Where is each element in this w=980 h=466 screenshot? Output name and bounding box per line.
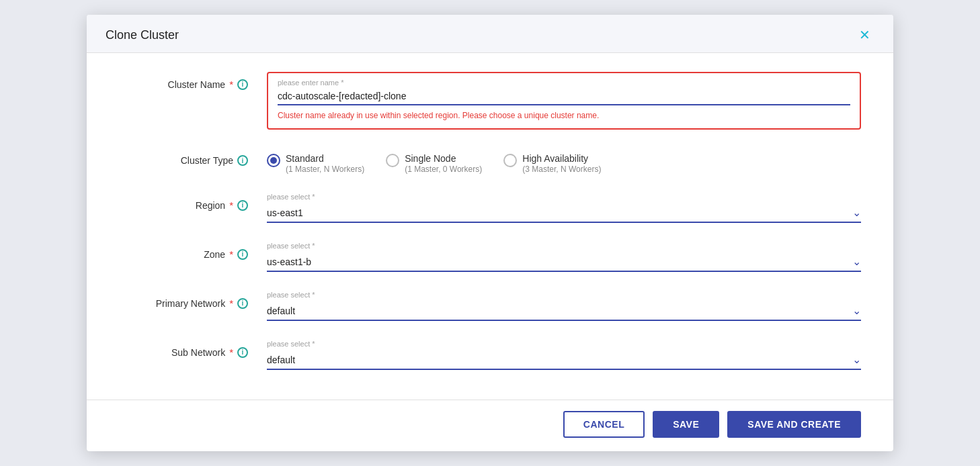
radio-single-node-circle — [386, 154, 399, 167]
dialog-title: Clone Cluster — [106, 28, 179, 42]
zone-chevron-icon: ⌄ — [852, 255, 861, 268]
sub-network-required-star: * — [229, 346, 233, 358]
zone-value-row[interactable]: us-east1-b ⌄ — [267, 251, 861, 272]
region-row: Region * i please select * us-east1 ⌄ — [119, 193, 861, 223]
radio-high-availability-circle — [503, 154, 517, 167]
radio-standard[interactable]: Standard (1 Master, N Workers) — [267, 152, 364, 174]
dialog-body: Cluster Name * i please enter name * Clu… — [87, 53, 893, 400]
sub-network-value-row[interactable]: default ⌄ — [267, 349, 861, 370]
clone-cluster-dialog: Clone Cluster ✕ Cluster Name * i please … — [87, 15, 893, 451]
radio-standard-sublabel: (1 Master, N Workers) — [286, 165, 364, 174]
required-star: * — [229, 79, 233, 90]
primary-network-value: default — [267, 306, 295, 316]
sub-network-value: default — [267, 355, 295, 365]
radio-ha-label: High Availability — [522, 153, 588, 164]
cluster-name-error: Cluster name already in use within selec… — [278, 111, 850, 120]
cluster-type-radio-group: Standard (1 Master, N Workers) Single No… — [267, 148, 861, 174]
cluster-name-row: Cluster Name * i please enter name * Clu… — [119, 72, 861, 130]
radio-single-node-label: Single Node — [405, 153, 456, 164]
primary-network-required-star: * — [229, 297, 233, 309]
primary-network-placeholder: please select * — [267, 291, 861, 299]
zone-value: us-east1-b — [267, 257, 311, 267]
cluster-name-label: Cluster Name * i — [119, 72, 267, 90]
dialog-footer: CANCEL SAVE SAVE AND CREATE — [87, 400, 893, 451]
radio-ha-sublabel: (3 Master, N Workers) — [522, 165, 601, 174]
zone-info-icon[interactable]: i — [237, 249, 248, 260]
zone-select[interactable]: please select * us-east1-b ⌄ — [267, 242, 861, 272]
primary-network-chevron-icon: ⌄ — [852, 304, 861, 317]
zone-row: Zone * i please select * us-east1-b ⌄ — [119, 242, 861, 272]
primary-network-select[interactable]: please select * default ⌄ — [267, 291, 861, 321]
sub-network-chevron-icon: ⌄ — [852, 353, 861, 366]
sub-network-placeholder: please select * — [267, 340, 861, 348]
radio-single-node[interactable]: Single Node (1 Master, 0 Workers) — [386, 152, 482, 174]
radio-standard-label: Standard — [286, 153, 324, 164]
zone-label: Zone * i — [119, 242, 267, 260]
primary-network-value-row[interactable]: default ⌄ — [267, 300, 861, 321]
cluster-name-input[interactable] — [278, 88, 850, 105]
sub-network-select[interactable]: please select * default ⌄ — [267, 340, 861, 370]
cancel-button[interactable]: CANCEL — [563, 411, 645, 438]
cluster-name-info-icon[interactable]: i — [237, 79, 248, 90]
region-required-star: * — [229, 199, 233, 211]
sub-network-label: Sub Network * i — [119, 340, 267, 358]
cluster-name-placeholder: please enter name * — [278, 79, 850, 87]
region-info-icon[interactable]: i — [237, 200, 248, 211]
cluster-type-info-icon[interactable]: i — [237, 155, 248, 166]
region-label: Region * i — [119, 193, 267, 211]
primary-network-info-icon[interactable]: i — [237, 298, 248, 309]
primary-network-row: Primary Network * i please select * defa… — [119, 291, 861, 321]
cluster-name-wrapper: please enter name * Cluster name already… — [267, 72, 861, 130]
zone-required-star: * — [229, 248, 233, 260]
region-chevron-icon: ⌄ — [852, 206, 861, 219]
radio-high-availability[interactable]: High Availability (3 Master, N Workers) — [503, 152, 601, 174]
cluster-type-label: Cluster Type i — [119, 148, 267, 166]
region-placeholder: please select * — [267, 193, 861, 201]
region-select[interactable]: please select * us-east1 ⌄ — [267, 193, 861, 223]
radio-single-node-sublabel: (1 Master, 0 Workers) — [405, 165, 482, 174]
save-button[interactable]: SAVE — [653, 411, 719, 438]
save-and-create-button[interactable]: SAVE AND CREATE — [727, 411, 861, 438]
primary-network-label: Primary Network * i — [119, 291, 267, 309]
dialog-header: Clone Cluster ✕ — [87, 15, 893, 53]
close-button[interactable]: ✕ — [855, 27, 874, 43]
sub-network-row: Sub Network * i please select * default … — [119, 340, 861, 370]
region-value-row[interactable]: us-east1 ⌄ — [267, 202, 861, 223]
radio-standard-circle — [267, 154, 280, 167]
zone-placeholder: please select * — [267, 242, 861, 250]
cluster-type-row: Cluster Type i Standard (1 Master, N Wor… — [119, 148, 861, 174]
region-value: us-east1 — [267, 207, 303, 218]
sub-network-info-icon[interactable]: i — [237, 347, 248, 358]
